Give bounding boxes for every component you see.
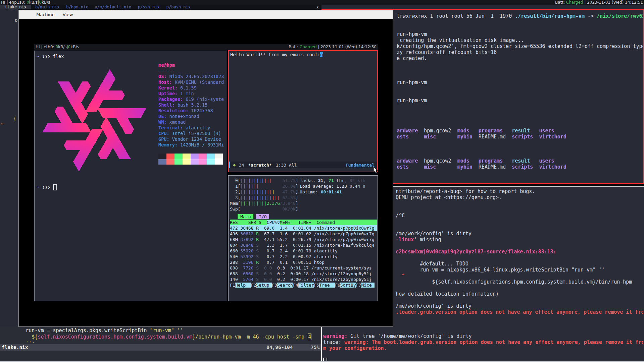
line: CPU: Intel i5-8250U (4) — [158, 131, 225, 136]
vm-status-bar: HI | eth0: 0kB/s|0kB/sBatt: Charged | 20… — [34, 44, 378, 50]
text-segment: 2.37G — [267, 201, 280, 206]
ls-line: ardware hpm.qcow2 mods programs result u… — [397, 128, 643, 134]
tab-close-button[interactable]: x — [314, 5, 321, 9]
text-segment: 62.5% — [283, 195, 296, 200]
vm-terminal-window[interactable]: ~ ❯❯❯ flex — [34, 51, 227, 301]
text-segment: 3196 — [243, 260, 253, 265]
menu-machine[interactable]: Machine — [36, 10, 54, 19]
tab-u-m-default-nix[interactable]: u/m/default.nix — [95, 5, 131, 9]
text-segment — [50, 184, 53, 190]
tab-p-bash-nix[interactable]: p/bash.nix — [166, 5, 191, 9]
text-segment — [215, 159, 223, 165]
line — [397, 140, 643, 146]
tasks-line: Tasks: 31, 71 thr, 82 kth — [300, 178, 365, 183]
line: Memory: 1420MiB / 3931Mi — [158, 142, 225, 148]
modeline-major-mode: Fundamental — [346, 163, 375, 168]
text-segment: 619 (nix-syste — [186, 97, 224, 102]
text-segment: 0.2 0:00.17 /nix/store/12bynbp6y51j — [272, 277, 371, 282]
text-segment: 0.0 — [264, 265, 272, 270]
fkey-tree[interactable]: Tree — [319, 283, 335, 288]
line — [397, 110, 643, 116]
line — [397, 104, 643, 110]
fkey-sortby[interactable]: SortBy — [340, 283, 356, 288]
text-segment: /me/work/config' is dirty — [396, 303, 472, 309]
tab-b-hpm-nix[interactable]: b/hpm.nix — [66, 5, 88, 9]
text-segment — [207, 159, 215, 165]
text-segment: osts — [397, 164, 424, 170]
text-segment: 0 — [27, 0, 29, 5]
htop-tab-main[interactable]: Main — [238, 214, 253, 219]
text-segment: F6 — [335, 283, 340, 288]
editor-tab-bar[interactable]: flake.nixb/main.nixb/hpm.nixu/m/default.… — [0, 5, 321, 9]
text-segment: NixOS 23.05.20231023 — [169, 74, 224, 79]
text-segment: S — [256, 265, 259, 270]
process-row: 804 36848 S 1.3 1.7 0:01.15 /nix/store/h… — [230, 242, 377, 248]
vm-screen[interactable]: HI | eth0: 0kB/s|0kB/sBatt: Charged | 20… — [34, 44, 378, 301]
text-segment: 288 — [230, 260, 243, 265]
text-segment: 0.7 2.4 0:01.79 alacritty — [259, 248, 338, 253]
qemu-window[interactable]: MachineView HI | eth0: 0kB/s|0kB/sBatt: … — [18, 10, 393, 327]
text-segment: how detailed location information) — [396, 291, 499, 297]
status-filename: flake.nix — [2, 344, 28, 351]
text-segment: result — [512, 128, 539, 134]
text-segment — [230, 214, 238, 219]
fkey-filter[interactable]: Filter — [298, 283, 314, 288]
line — [396, 225, 643, 231]
text-segment — [158, 159, 166, 165]
text-segment: run-vm = specialArgs.pkgs.writeScriptBin — [1, 327, 150, 334]
qemu-menubar[interactable]: MachineView — [19, 10, 393, 19]
text-segment — [259, 265, 264, 270]
line — [397, 152, 643, 158]
text-segment: mybin — [457, 164, 479, 170]
text-segment: QEMU project at <https://qemu.org>. — [396, 194, 502, 200]
htop-sort-cpu[interactable]: CPU%▽ — [267, 220, 280, 225]
text-segment: 0.7 0.1 0:00.51 htop — [259, 260, 325, 265]
swap-meter: Swp[ 0K/0K] — [230, 206, 377, 212]
tab-flake-nix[interactable]: flake.nix — [0, 5, 31, 9]
emacs-cursor: g — [320, 52, 323, 57]
text-segment — [191, 154, 199, 159]
text-segment: 00:01:41 — [321, 189, 342, 194]
text-segment: OS: — [158, 74, 169, 79]
text-segment: ||||||||| — [240, 178, 264, 183]
text-segment: lrwxrwxrwx 1 root root 56 Jan 1 1970 — [397, 13, 515, 19]
text-segment: Uptime: — [158, 91, 180, 96]
text-segment: 1[ — [230, 184, 240, 189]
text-segment: README.md — [479, 164, 512, 170]
fkey-setup[interactable]: Setup — [256, 283, 272, 288]
text-segment: 0.0 — [264, 271, 272, 276]
fkey-help[interactable]: Help — [235, 283, 251, 288]
vm-htop-window[interactable]: 0[|||||||||||| 51.7%] 1[||||||| 26.0%] 2… — [228, 175, 378, 301]
text-segment: Hello World!! from my emacs confi — [230, 52, 320, 57]
line — [396, 297, 643, 303]
line: Kernel: 6.1.59 — [158, 85, 225, 91]
fkey-nice[interactable]: Nice — [361, 283, 371, 288]
vm-emacs-window[interactable]: Hello World!! from my emacs config ● 34 … — [228, 50, 378, 172]
tab-p-ssh-nix[interactable]: p/ssh.nix — [138, 5, 160, 9]
color-palette-row — [158, 154, 225, 159]
text-segment: flex — [50, 54, 64, 59]
text-segment: ❯❯❯ — [42, 184, 50, 190]
htop-tab-io[interactable]: I/O — [256, 214, 269, 219]
text-segment: 1.3 1.7 0:01.15 /nix/store/ha2fv9kc6lq4 — [259, 243, 374, 248]
text-segment: ntribute/report-a-bug> for how to report… — [396, 188, 535, 194]
line — [158, 148, 225, 154]
fkey-search[interactable]: Search — [277, 283, 293, 288]
text-segment: programs — [479, 128, 512, 134]
menu-view[interactable]: View — [62, 10, 73, 19]
text-segment: 0.3 0:01.17 /run/current-system/sys — [272, 265, 371, 270]
code-line: ${self.nixosConfigurations.hpm.config.sy… — [1, 334, 321, 340]
text-segment: 0K/0K — [283, 206, 296, 212]
text-segment: Host: — [158, 79, 175, 85]
code-line: run-vm = specialArgs.pkgs.writeScriptBin… — [1, 327, 321, 334]
text-segment: CPU: — [158, 131, 172, 136]
host-editor-window[interactable]: run-vm = specialArgs.pkgs.writeScriptBin… — [0, 327, 321, 362]
process-row: 808 7720 S 0.0 0.3 0:01.17 /run/current-… — [230, 265, 377, 271]
tab-b-main-nix[interactable]: b/main.nix — [35, 5, 59, 9]
text-segment: /nix/store/rwv62az54zgiwcx0708li0n19fky0 — [597, 13, 643, 19]
text-segment: 0.7 2.2 0:00.97 alacritty — [259, 254, 338, 259]
text-segment: ] — [296, 178, 298, 183]
line: m your configuration. — [323, 345, 643, 351]
line — [397, 122, 643, 128]
line — [396, 243, 643, 249]
